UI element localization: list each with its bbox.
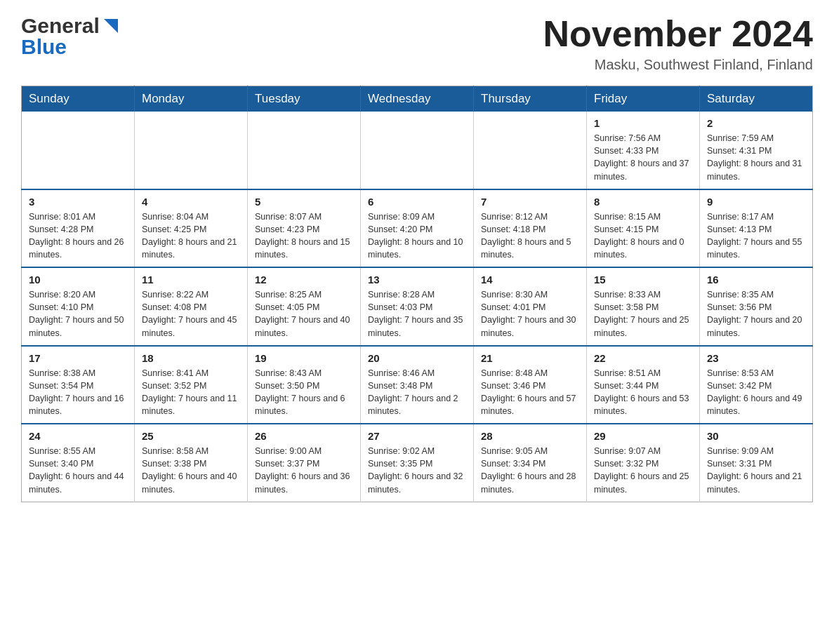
- day-info: Sunrise: 8:09 AM Sunset: 4:20 PM Dayligh…: [368, 210, 466, 262]
- day-info: Sunrise: 7:59 AM Sunset: 4:31 PM Dayligh…: [707, 132, 805, 183]
- logo-blue: Blue: [21, 35, 67, 59]
- day-info: Sunrise: 9:00 AM Sunset: 3:37 PM Dayligh…: [255, 445, 353, 496]
- calendar-cell: [22, 112, 135, 189]
- day-number: 1: [594, 117, 692, 129]
- calendar-header-row: SundayMondayTuesdayWednesdayThursdayFrid…: [22, 86, 813, 112]
- calendar-cell: 27Sunrise: 9:02 AM Sunset: 3:35 PM Dayli…: [361, 424, 474, 502]
- calendar-cell: 16Sunrise: 8:35 AM Sunset: 3:56 PM Dayli…: [700, 267, 813, 346]
- calendar-week-row: 17Sunrise: 8:38 AM Sunset: 3:54 PM Dayli…: [22, 346, 813, 424]
- day-number: 23: [707, 352, 805, 364]
- weekday-header-thursday: Thursday: [474, 86, 587, 112]
- calendar-cell: 1Sunrise: 7:56 AM Sunset: 4:33 PM Daylig…: [587, 112, 700, 189]
- day-info: Sunrise: 8:15 AM Sunset: 4:15 PM Dayligh…: [594, 210, 692, 262]
- calendar-cell: 11Sunrise: 8:22 AM Sunset: 4:08 PM Dayli…: [135, 267, 248, 346]
- calendar-cell: 29Sunrise: 9:07 AM Sunset: 3:32 PM Dayli…: [587, 424, 700, 502]
- weekday-header-monday: Monday: [135, 86, 248, 112]
- day-info: Sunrise: 8:20 AM Sunset: 4:10 PM Dayligh…: [29, 288, 127, 340]
- calendar-cell: 17Sunrise: 8:38 AM Sunset: 3:54 PM Dayli…: [22, 346, 135, 424]
- calendar-week-row: 1Sunrise: 7:56 AM Sunset: 4:33 PM Daylig…: [22, 112, 813, 189]
- day-info: Sunrise: 9:02 AM Sunset: 3:35 PM Dayligh…: [368, 445, 466, 496]
- calendar-cell: [248, 112, 361, 189]
- day-info: Sunrise: 8:46 AM Sunset: 3:48 PM Dayligh…: [368, 367, 466, 418]
- day-number: 4: [142, 196, 240, 208]
- day-info: Sunrise: 8:07 AM Sunset: 4:23 PM Dayligh…: [255, 210, 353, 262]
- calendar-cell: 5Sunrise: 8:07 AM Sunset: 4:23 PM Daylig…: [248, 189, 361, 268]
- day-info: Sunrise: 7:56 AM Sunset: 4:33 PM Dayligh…: [594, 132, 692, 183]
- calendar-cell: 7Sunrise: 8:12 AM Sunset: 4:18 PM Daylig…: [474, 189, 587, 268]
- calendar-cell: 18Sunrise: 8:41 AM Sunset: 3:52 PM Dayli…: [135, 346, 248, 424]
- day-info: Sunrise: 9:09 AM Sunset: 3:31 PM Dayligh…: [707, 445, 805, 496]
- day-number: 30: [707, 430, 805, 442]
- day-number: 14: [481, 274, 579, 286]
- location-subtitle: Masku, Southwest Finland, Finland: [543, 57, 813, 73]
- day-number: 13: [368, 274, 466, 286]
- calendar-week-row: 3Sunrise: 8:01 AM Sunset: 4:28 PM Daylig…: [22, 189, 813, 268]
- calendar-cell: 22Sunrise: 8:51 AM Sunset: 3:44 PM Dayli…: [587, 346, 700, 424]
- calendar-cell: 25Sunrise: 8:58 AM Sunset: 3:38 PM Dayli…: [135, 424, 248, 502]
- day-number: 12: [255, 274, 353, 286]
- month-title: November 2024: [543, 14, 813, 54]
- day-info: Sunrise: 8:12 AM Sunset: 4:18 PM Dayligh…: [481, 210, 579, 262]
- weekday-header-friday: Friday: [587, 86, 700, 112]
- weekday-header-wednesday: Wednesday: [361, 86, 474, 112]
- calendar-cell: 30Sunrise: 9:09 AM Sunset: 3:31 PM Dayli…: [700, 424, 813, 502]
- day-number: 19: [255, 352, 353, 364]
- day-number: 3: [29, 196, 127, 208]
- calendar-cell: [474, 112, 587, 189]
- calendar-cell: 26Sunrise: 9:00 AM Sunset: 3:37 PM Dayli…: [248, 424, 361, 502]
- calendar-table: SundayMondayTuesdayWednesdayThursdayFrid…: [21, 86, 813, 502]
- calendar-cell: 6Sunrise: 8:09 AM Sunset: 4:20 PM Daylig…: [361, 189, 474, 268]
- day-info: Sunrise: 8:30 AM Sunset: 4:01 PM Dayligh…: [481, 288, 579, 340]
- logo: General Blue: [21, 14, 121, 59]
- calendar-cell: [135, 112, 248, 189]
- day-info: Sunrise: 8:33 AM Sunset: 3:58 PM Dayligh…: [594, 288, 692, 340]
- day-number: 28: [481, 430, 579, 442]
- day-number: 17: [29, 352, 127, 364]
- calendar-cell: 8Sunrise: 8:15 AM Sunset: 4:15 PM Daylig…: [587, 189, 700, 268]
- calendar-cell: 21Sunrise: 8:48 AM Sunset: 3:46 PM Dayli…: [474, 346, 587, 424]
- day-number: 6: [368, 196, 466, 208]
- day-number: 9: [707, 196, 805, 208]
- day-info: Sunrise: 8:28 AM Sunset: 4:03 PM Dayligh…: [368, 288, 466, 340]
- day-number: 7: [481, 196, 579, 208]
- day-number: 27: [368, 430, 466, 442]
- calendar-week-row: 24Sunrise: 8:55 AM Sunset: 3:40 PM Dayli…: [22, 424, 813, 502]
- calendar-cell: 24Sunrise: 8:55 AM Sunset: 3:40 PM Dayli…: [22, 424, 135, 502]
- day-number: 25: [142, 430, 240, 442]
- day-info: Sunrise: 8:55 AM Sunset: 3:40 PM Dayligh…: [29, 445, 127, 496]
- calendar-cell: 9Sunrise: 8:17 AM Sunset: 4:13 PM Daylig…: [700, 189, 813, 268]
- day-info: Sunrise: 8:48 AM Sunset: 3:46 PM Dayligh…: [481, 367, 579, 418]
- day-info: Sunrise: 8:58 AM Sunset: 3:38 PM Dayligh…: [142, 445, 240, 496]
- day-number: 22: [594, 352, 692, 364]
- calendar-cell: 13Sunrise: 8:28 AM Sunset: 4:03 PM Dayli…: [361, 267, 474, 346]
- day-number: 8: [594, 196, 692, 208]
- day-number: 10: [29, 274, 127, 286]
- day-info: Sunrise: 8:04 AM Sunset: 4:25 PM Dayligh…: [142, 210, 240, 262]
- page-header: General Blue November 2024 Masku, Southw…: [21, 14, 813, 73]
- day-info: Sunrise: 9:07 AM Sunset: 3:32 PM Dayligh…: [594, 445, 692, 496]
- calendar-cell: 10Sunrise: 8:20 AM Sunset: 4:10 PM Dayli…: [22, 267, 135, 346]
- day-info: Sunrise: 8:43 AM Sunset: 3:50 PM Dayligh…: [255, 367, 353, 418]
- calendar-cell: 15Sunrise: 8:33 AM Sunset: 3:58 PM Dayli…: [587, 267, 700, 346]
- day-info: Sunrise: 8:01 AM Sunset: 4:28 PM Dayligh…: [29, 210, 127, 262]
- calendar-cell: 20Sunrise: 8:46 AM Sunset: 3:48 PM Dayli…: [361, 346, 474, 424]
- day-number: 26: [255, 430, 353, 442]
- day-number: 2: [707, 117, 805, 129]
- day-number: 11: [142, 274, 240, 286]
- calendar-cell: 4Sunrise: 8:04 AM Sunset: 4:25 PM Daylig…: [135, 189, 248, 268]
- day-number: 5: [255, 196, 353, 208]
- day-info: Sunrise: 8:17 AM Sunset: 4:13 PM Dayligh…: [707, 210, 805, 262]
- day-number: 18: [142, 352, 240, 364]
- day-info: Sunrise: 8:25 AM Sunset: 4:05 PM Dayligh…: [255, 288, 353, 340]
- day-number: 15: [594, 274, 692, 286]
- day-number: 16: [707, 274, 805, 286]
- calendar-cell: 28Sunrise: 9:05 AM Sunset: 3:34 PM Dayli…: [474, 424, 587, 502]
- day-info: Sunrise: 8:53 AM Sunset: 3:42 PM Dayligh…: [707, 367, 805, 418]
- day-number: 24: [29, 430, 127, 442]
- day-info: Sunrise: 8:38 AM Sunset: 3:54 PM Dayligh…: [29, 367, 127, 418]
- logo-triangle-icon: [101, 16, 121, 36]
- calendar-cell: 2Sunrise: 7:59 AM Sunset: 4:31 PM Daylig…: [700, 112, 813, 189]
- day-number: 20: [368, 352, 466, 364]
- day-info: Sunrise: 8:41 AM Sunset: 3:52 PM Dayligh…: [142, 367, 240, 418]
- day-info: Sunrise: 9:05 AM Sunset: 3:34 PM Dayligh…: [481, 445, 579, 496]
